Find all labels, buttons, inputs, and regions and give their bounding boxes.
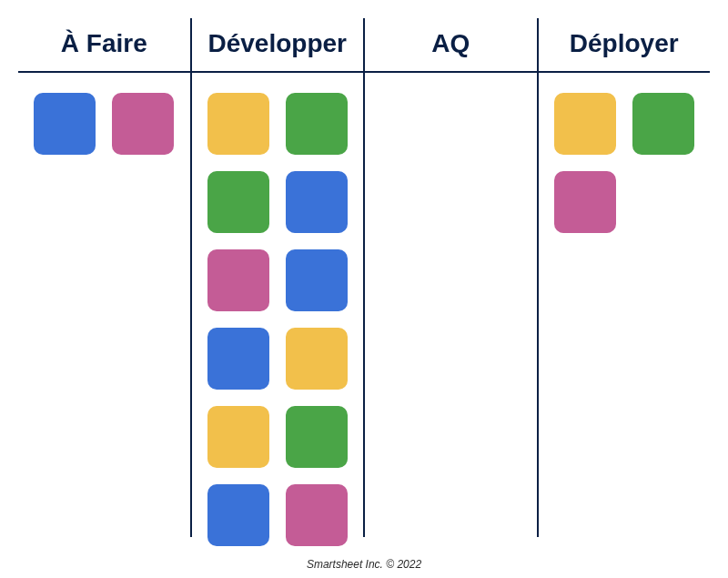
cards-container (380, 73, 521, 93)
column-header: Déployer (539, 18, 711, 73)
footer-copyright: Smartsheet Inc. © 2022 (0, 558, 728, 571)
card[interactable] (554, 171, 616, 233)
card[interactable] (286, 171, 348, 233)
kanban-board: À Faire Développer AQ Déployer (0, 0, 728, 537)
column-deploy: Déployer (539, 18, 711, 537)
cards-container (34, 73, 174, 155)
card[interactable] (286, 328, 348, 390)
card[interactable] (207, 328, 269, 390)
column-develop: Développer (192, 18, 366, 537)
column-header: Développer (192, 18, 364, 73)
card[interactable] (286, 249, 348, 311)
card[interactable] (207, 249, 269, 311)
card[interactable] (207, 93, 269, 155)
column-header: À Faire (18, 18, 190, 73)
column-qa: AQ (365, 18, 539, 537)
card[interactable] (286, 93, 348, 155)
column-todo: À Faire (18, 18, 192, 537)
card[interactable] (554, 93, 616, 155)
cards-container (207, 73, 348, 546)
card[interactable] (207, 406, 269, 468)
cards-container (554, 73, 694, 233)
card[interactable] (286, 484, 348, 546)
card[interactable] (112, 93, 174, 155)
card[interactable] (34, 93, 96, 155)
column-header: AQ (365, 18, 537, 73)
card[interactable] (632, 93, 694, 155)
card[interactable] (207, 484, 269, 546)
card[interactable] (286, 406, 348, 468)
card[interactable] (207, 171, 269, 233)
